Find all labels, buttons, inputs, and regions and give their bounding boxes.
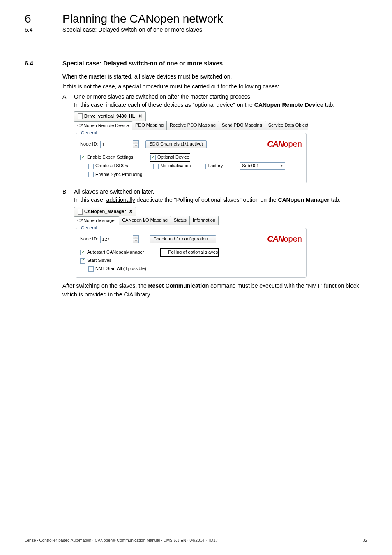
text: In this case, — [74, 197, 106, 203]
canopen-logo: CANopen — [267, 138, 302, 150]
tab-canopen-io-mapping[interactable]: CANopen I/O Mapping — [119, 216, 171, 225]
canopen-logo: CANopen — [267, 233, 302, 245]
checkbox-no-initialisation[interactable]: No initialisation — [153, 163, 191, 169]
paragraph: After switching on the slaves, the Reset… — [62, 282, 367, 298]
checkbox-create-all-sdos[interactable]: Create all SDOs — [88, 163, 128, 169]
subsection-number-top: 6.4 — [25, 26, 62, 33]
sdo-channels-button[interactable]: SDO Channels (1/1 active) — [145, 140, 207, 148]
divider: _ _ _ _ _ _ _ _ _ _ _ _ _ _ _ _ _ _ _ _ … — [25, 42, 367, 48]
subsection-title-top: Special case: Delayed switch-on of one o… — [62, 26, 202, 33]
text: In this case, indicate each of these dev… — [74, 102, 254, 108]
text: tab: — [323, 102, 334, 108]
text: tab: — [330, 197, 341, 203]
check-fix-config-button[interactable]: Check and fix configuration… — [150, 235, 216, 243]
page-number: 32 — [363, 538, 367, 543]
tab-send-pdo-mapping[interactable]: Send PDO Mapping — [219, 121, 265, 130]
list-item-b: B. All slaves are switched on later. In … — [62, 187, 367, 280]
tab-canopen-manager-file[interactable]: CANopen_Manager ✕ — [74, 207, 136, 216]
tab-service-data-object[interactable]: Service Data Object — [265, 121, 308, 130]
group-title-general: General — [79, 130, 99, 136]
checkbox-polling-optional-slaves[interactable]: Polling of optional slaves — [161, 249, 218, 256]
tab-status[interactable]: Status — [171, 216, 190, 225]
node-id-input[interactable]: 1 — [100, 141, 133, 148]
text-underline: One or more — [74, 93, 106, 100]
list-marker: A. — [62, 92, 74, 186]
text: slaves are switched on later. — [81, 188, 154, 195]
sub-combo[interactable]: Sub:001▼ — [240, 162, 285, 170]
text: slaves are switched on after the master … — [106, 93, 252, 100]
node-id-input[interactable]: 127 — [100, 236, 133, 243]
checkbox-autostart-canopenmanager[interactable]: ✓Autostart CANopenManager — [80, 249, 144, 256]
chapter-title: Planning the CANopen network — [62, 12, 223, 25]
chapter-number: 6 — [25, 12, 62, 25]
section-title: Special case: Delayed switch-on of one o… — [62, 60, 223, 67]
screenshot-canopen-manager: CANopen_Manager ✕ CANopen Manager CANope… — [74, 207, 308, 278]
checkbox-optional-device[interactable]: ✓Optional Device — [150, 154, 189, 161]
tab-canopen-manager[interactable]: CANopen Manager — [74, 216, 119, 225]
text: deactivate the "Polling of optional slav… — [135, 197, 278, 203]
close-icon[interactable]: ✕ — [129, 208, 133, 215]
close-icon[interactable]: ✕ — [138, 113, 142, 120]
tab-pdo-mapping[interactable]: PDO Mapping — [132, 121, 167, 130]
list-marker: B. — [62, 187, 74, 280]
text-underline: additionally — [106, 197, 135, 203]
label-node-id: Node ID: — [80, 236, 98, 243]
tab-information[interactable]: Information — [189, 216, 219, 225]
section-number: 6.4 — [25, 60, 62, 67]
tab-label: Drive_vertical_9400_HL — [84, 113, 135, 120]
paragraph: When the master is started, all slave de… — [62, 72, 367, 81]
checkbox-start-slaves[interactable]: ✓Start Slaves — [80, 257, 111, 264]
checkbox-enable-expert-settings[interactable]: ✓Enable Expert Settings — [80, 154, 133, 161]
screenshot-remote-device: Drive_vertical_9400_HL ✕ CANopen Remote … — [74, 111, 308, 183]
group-title-general: General — [79, 225, 99, 231]
paragraph: If this is not the case, a special proce… — [62, 82, 367, 90]
checkbox-nmt-start-all[interactable]: NMT Start All (if possible) — [88, 266, 146, 272]
tab-receive-pdo-mapping[interactable]: Receive PDO Mapping — [166, 121, 219, 130]
checkbox-enable-sync-producing[interactable]: Enable Sync Producing — [88, 171, 142, 178]
spinner-buttons[interactable]: ▲▼ — [133, 235, 139, 243]
footer-text: Lenze · Controller-based Automation · CA… — [25, 538, 218, 543]
text-bold: CANopen Manager — [278, 197, 329, 203]
list-item-a: A. One or more slaves are switched on af… — [62, 92, 367, 186]
text-bold: CANopen Remote Device — [254, 102, 323, 108]
text-underline: All — [74, 188, 81, 195]
text-bold: Reset Communication — [148, 282, 209, 289]
label-node-id: Node ID: — [80, 141, 98, 148]
tab-drive-vertical[interactable]: Drive_vertical_9400_HL ✕ — [74, 111, 146, 121]
checkbox-factory[interactable]: Factory — [201, 163, 223, 169]
spinner-buttons[interactable]: ▲▼ — [133, 140, 139, 148]
tab-label: CANopen_Manager — [84, 208, 126, 215]
tab-canopen-remote-device[interactable]: CANopen Remote Device — [74, 121, 132, 130]
